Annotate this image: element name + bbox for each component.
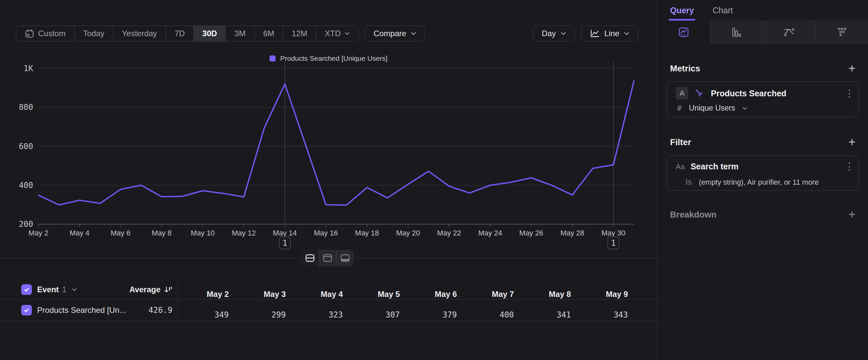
chart-only-icon (323, 254, 332, 262)
aggregation-label: Unique Users (689, 104, 735, 113)
view-layout-toggle (301, 250, 354, 266)
query-builder-sidebar: Query Chart (657, 0, 868, 360)
metric-aggregation-row[interactable]: # Unique Users (677, 104, 851, 113)
y-tick-label: 600 (19, 142, 33, 151)
metrics-title: Metrics (670, 63, 700, 74)
x-tick-label: May 28 (560, 229, 584, 237)
series-checkbox[interactable] (21, 305, 32, 315)
add-breakdown-button[interactable]: + (848, 209, 856, 221)
line-chart[interactable]: 1K800600400200May 2May 4May 6May 8May 10… (0, 0, 657, 269)
add-filter-button[interactable]: + (848, 136, 856, 148)
filter-card-row: Aa Search term ⋮ (676, 162, 851, 171)
tab-retention[interactable] (815, 21, 868, 44)
x-tick-label: May 30 (601, 229, 625, 237)
sidebar-tab-bar: Query Chart (657, 0, 868, 21)
table-column-header[interactable]: May 4 (292, 289, 349, 299)
table-row-border (0, 321, 657, 321)
x-tick-label: May 2 (29, 229, 49, 237)
tab-funnels[interactable] (710, 21, 763, 44)
table-cell: 299 (235, 310, 292, 320)
x-tick-label: May 22 (437, 229, 461, 237)
filter-section-header: Filter + (670, 136, 856, 148)
average-label: Average (129, 285, 160, 294)
event-count: 1 (62, 285, 66, 294)
report-type-tabs (657, 21, 868, 44)
table-cell: 341 (520, 310, 577, 320)
average-header-cell[interactable]: Average (113, 285, 173, 294)
table-column-header[interactable]: May 9 (577, 289, 634, 299)
x-tick-label: May 8 (152, 229, 172, 237)
metric-card[interactable]: A Products Searched ⋮ # Unique Users (667, 81, 859, 117)
check-icon (23, 307, 30, 313)
filter-property-name: Search term (691, 162, 838, 171)
view-toggle-chart-only[interactable] (319, 250, 336, 266)
x-tick-label: May 6 (111, 229, 131, 237)
event-label: Event (37, 285, 59, 294)
table-only-icon (341, 254, 350, 262)
y-tick-label: 200 (19, 220, 33, 229)
y-tick-label: 400 (19, 181, 33, 190)
breakdown-section-header: Breakdown + (670, 209, 856, 221)
bar-chart-icon (731, 27, 742, 38)
table-cell: 400 (463, 310, 520, 320)
svg-text:1: 1 (611, 239, 616, 248)
table-column-header[interactable]: May 3 (235, 289, 292, 299)
tab-query[interactable]: Query (670, 0, 694, 21)
x-tick-label: May 18 (355, 229, 379, 237)
select-all-checkbox[interactable] (21, 284, 32, 295)
retention-icon (836, 27, 847, 38)
view-toggle-split-view[interactable] (301, 250, 319, 266)
table-column-header[interactable]: May 8 (520, 289, 577, 299)
annotation-chip[interactable]: 1 (608, 237, 619, 249)
table-cell: 307 (349, 310, 406, 320)
table-column-header[interactable]: May 2 (178, 289, 235, 299)
filter-operator: Is (686, 178, 692, 187)
breakdown-title: Breakdown (670, 210, 716, 220)
table-column-header[interactable]: May 7 (463, 289, 520, 299)
average-value: 426.9 (149, 306, 173, 315)
x-tick-label: May 26 (519, 229, 543, 237)
metric-name: Products Searched (711, 89, 838, 98)
split-view-icon (305, 254, 315, 262)
x-tick-label: May 20 (396, 229, 420, 237)
y-tick-label: 800 (19, 103, 33, 112)
filter-options-kebab-icon[interactable]: ⋮ (844, 163, 851, 170)
table-column-header[interactable]: May 6 (406, 289, 463, 299)
table-cell: 323 (292, 310, 349, 320)
aggregation-type-icon: # (677, 104, 682, 113)
filter-card[interactable]: Aa Search term ⋮ Is (empty string), Air … (667, 156, 859, 191)
string-property-icon: Aa (676, 162, 685, 171)
flows-icon (783, 27, 795, 38)
tab-flows[interactable] (763, 21, 815, 44)
series-line[interactable] (38, 81, 634, 205)
view-toggle-table-only[interactable] (336, 250, 354, 266)
insights-icon (678, 27, 689, 38)
x-tick-label: May 4 (70, 229, 90, 237)
annotation-chip[interactable]: 1 (279, 237, 290, 249)
chevron-down-icon[interactable] (72, 288, 77, 291)
check-icon (23, 286, 30, 293)
average-value-cell: 426.9 (113, 306, 173, 315)
x-tick-label: May 14 (273, 229, 297, 237)
metric-options-kebab-icon[interactable]: ⋮ (844, 90, 851, 96)
add-metric-button[interactable]: + (848, 62, 856, 74)
filter-condition-row[interactable]: Is (empty string), Air purifier, or 11 m… (686, 178, 851, 187)
x-tick-label: May 16 (314, 229, 338, 237)
table-cell: 349 (178, 310, 235, 320)
table-data-row[interactable]: Products Searched [Un... 426.9 349299323… (0, 299, 657, 321)
series-letter-badge: A (676, 87, 688, 100)
insights-report-page: CustomTodayYesterday7D30D3M6M12MXTD Comp… (0, 0, 868, 360)
table-header-row: Event 1 Average May 2May 3May 4May 5May … (0, 280, 657, 299)
svg-text:1: 1 (282, 239, 287, 248)
series-name-cell: Products Searched [Un... (21, 305, 126, 315)
x-tick-label: May 24 (478, 229, 502, 237)
y-tick-label: 1K (24, 64, 33, 73)
report-main-area: CustomTodayYesterday7D30D3M6M12MXTD Comp… (0, 0, 657, 360)
table-column-header[interactable]: May 5 (349, 289, 406, 299)
tab-insights[interactable] (657, 21, 710, 44)
metrics-section-header: Metrics + (670, 62, 856, 74)
x-tick-label: May 10 (191, 229, 215, 237)
tab-chart[interactable]: Chart (713, 0, 733, 21)
table-cell: 343 (577, 310, 634, 320)
event-header-cell: Event 1 (21, 284, 77, 295)
